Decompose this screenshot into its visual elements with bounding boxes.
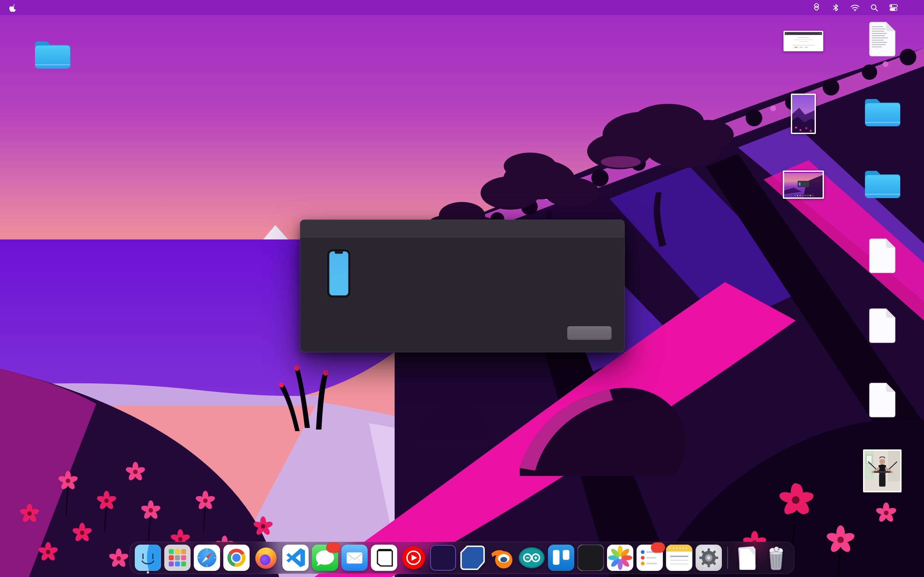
desktop-icon-jacson-folder[interactable] <box>14 38 91 79</box>
desktop-screenshot-thumbnail <box>783 171 824 199</box>
dock-vscode-icon[interactable] <box>282 544 309 571</box>
messages-badge <box>326 542 341 553</box>
desktop-icon-robin-nano-cfg[interactable] <box>844 307 921 351</box>
menu-edit[interactable] <box>45 0 58 15</box>
running-indicator <box>147 571 149 574</box>
desktop-icon-robin-nano-cur[interactable] <box>844 382 921 426</box>
apple-icon <box>9 3 16 12</box>
dock-cura-icon[interactable] <box>459 544 486 571</box>
photo-screenshot-thumbnail <box>863 450 901 492</box>
dock-terminal-icon[interactable] <box>577 544 604 571</box>
dock-youtube-music-icon[interactable] <box>400 544 427 571</box>
desktop-icon-screenshot-184928[interactable] <box>844 450 921 496</box>
dock-mail-icon[interactable] <box>341 544 368 571</box>
wifi-icon[interactable] <box>850 0 860 15</box>
dock-trash-icon[interactable] <box>762 544 790 571</box>
browser-screenshot-thumbnail <box>783 31 823 51</box>
installation-failed-dialog <box>300 219 625 352</box>
portrait-screenshot-thumbnail <box>791 93 816 134</box>
ok-button[interactable] <box>567 326 612 340</box>
dock-photos-icon[interactable] <box>607 544 634 571</box>
dock-chrome-icon[interactable] <box>223 544 250 571</box>
bluetooth-icon[interactable] <box>831 0 841 15</box>
shortcuts-icon[interactable] <box>812 0 821 15</box>
desktop-icon-screenshot-180006[interactable] <box>765 171 842 209</box>
desktop-icon-mks-pft-sys[interactable] <box>844 237 921 282</box>
menu-bar <box>0 0 924 15</box>
desktop-icon-screenshot-2[interactable] <box>765 31 842 63</box>
dock-safari-icon[interactable] <box>194 544 220 571</box>
control-center-icon[interactable] <box>889 0 898 15</box>
desktop-icon-screenshot-3[interactable] <box>765 93 842 138</box>
reminders-badge <box>651 542 665 553</box>
dock-firefox-icon[interactable] <box>252 544 279 571</box>
document-icon <box>867 382 897 419</box>
dock-documents-stack-icon[interactable] <box>733 544 760 571</box>
dock-notion-icon[interactable] <box>371 544 397 571</box>
document-icon <box>867 237 897 274</box>
dock-system-settings-icon[interactable] <box>695 544 722 571</box>
dock-separator <box>727 547 728 569</box>
desktop-icon-websites-txt[interactable] <box>844 21 921 65</box>
menu-go[interactable] <box>70 0 82 15</box>
dock-arduino-icon[interactable] <box>518 544 545 571</box>
dialog-titlebar[interactable] <box>300 220 624 238</box>
folder-icon <box>33 38 72 71</box>
dock-premiere-icon[interactable] <box>430 544 457 571</box>
menu-app-name[interactable] <box>21 0 33 15</box>
dock-notes-icon[interactable] <box>666 544 693 571</box>
dock-messages-icon[interactable] <box>312 544 338 571</box>
menu-view[interactable] <box>58 0 70 15</box>
dock-finder-icon[interactable] <box>134 544 162 571</box>
text-document-icon <box>867 21 897 58</box>
folder-icon <box>863 95 902 128</box>
desktop-screen <box>0 0 924 577</box>
menu-window[interactable] <box>82 0 94 15</box>
spotlight-icon[interactable] <box>869 0 879 15</box>
desktop-icon-gopro-folder[interactable] <box>844 95 921 138</box>
menu-help[interactable] <box>94 0 107 15</box>
desktop-icon-gopro2-folder[interactable] <box>844 167 921 210</box>
phone-icon <box>327 250 351 298</box>
dock <box>129 542 795 574</box>
dock-launchpad-icon[interactable] <box>164 544 191 571</box>
dock-blender-icon[interactable] <box>489 544 515 571</box>
document-icon <box>867 307 897 344</box>
apple-menu[interactable] <box>9 3 17 12</box>
menu-file[interactable] <box>33 0 45 15</box>
dock-trello-icon[interactable] <box>548 544 575 571</box>
dock-reminders-icon[interactable] <box>636 544 663 571</box>
folder-icon <box>863 167 902 200</box>
